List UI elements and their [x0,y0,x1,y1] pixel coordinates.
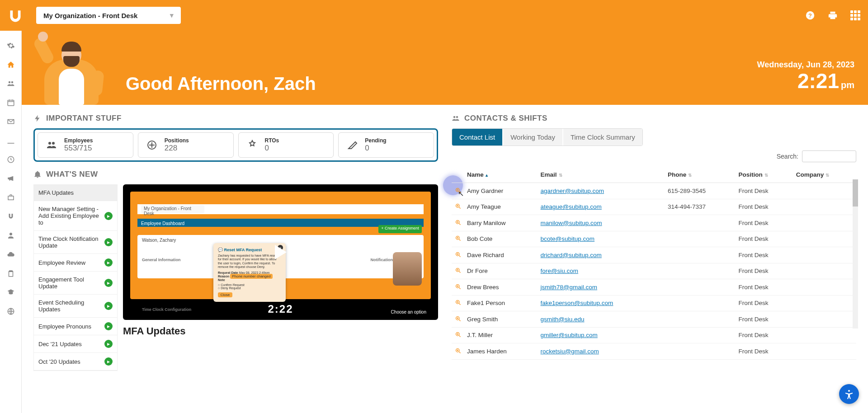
view-icon[interactable] [454,315,462,322]
col-phone[interactable]: Phone⇅ [665,167,736,183]
nav-globe[interactable] [0,302,21,321]
col-email[interactable]: Email⇅ [538,167,665,183]
section-important: IMPORTANT STUFF [33,114,438,123]
nav-people[interactable] [0,74,21,93]
nav-settings[interactable] [0,36,21,55]
tab-contact-list[interactable]: Contact List [452,129,502,145]
whatsnew-video[interactable]: My Organization - Front Desk Employee Da… [123,184,438,320]
chevron-right-icon: ▸ [104,212,113,220]
email-link[interactable]: rocketsiu@gmail.com [541,348,599,355]
view-icon[interactable] [454,283,462,290]
nav-home[interactable] [0,55,21,74]
nav-user[interactable] [0,226,21,245]
cell-phone [665,247,736,263]
video-portrait [393,252,422,286]
cell-email: jsmith78@gmail.com [538,279,665,296]
svg-text:?: ? [808,12,812,19]
cell-email: gsmith@siu.edu [538,311,665,328]
chevron-right-icon: ▸ [104,258,113,267]
nav-briefcase[interactable] [0,188,21,207]
cell-phone [665,215,736,231]
nav-time[interactable] [0,150,21,169]
nav-calendar[interactable] [0,93,21,112]
nav-announce[interactable] [0,169,21,188]
sort-icon: ⇅ [764,173,768,178]
email-link[interactable]: gmiller@subitup.com [541,332,598,338]
email-link[interactable]: drichard@subitup.com [541,252,602,258]
col-position[interactable]: Position⇅ [736,167,793,183]
view-icon[interactable] [454,251,462,258]
cell-company [793,327,856,343]
view-icon[interactable] [454,299,462,306]
nav-magnet[interactable] [0,207,21,226]
stat-employees[interactable]: Employees553/715 [38,132,133,158]
nav-cloud[interactable] [0,245,21,264]
positions-icon [145,138,159,152]
whatsnew-item[interactable]: Dec '21 Updates▸ [34,335,117,353]
email-link[interactable]: jsmith78@gmail.com [541,284,598,291]
view-icon[interactable] [454,203,462,210]
cell-company [793,311,856,328]
time-text: 2:21 [797,69,839,93]
view-icon[interactable] [454,235,462,242]
search-input[interactable] [802,150,856,162]
cell-company [793,343,856,360]
org-selector[interactable]: My Organization - Front Desk ▾ [36,7,181,24]
cell-phone [665,231,736,247]
col-company[interactable]: Company⇅ [793,167,856,183]
table-row: Barry Manilow manilow@subitup.com Front … [452,215,856,231]
cell-email: bcote@subitup.com [538,231,665,247]
nav-clipboard[interactable] [0,264,21,283]
nav-analytics[interactable] [0,131,21,150]
stat-positions[interactable]: Positions228 [138,132,234,158]
logo[interactable] [7,7,24,23]
ampm-text: pm [841,80,854,90]
apps-icon[interactable] [850,10,861,21]
print-icon[interactable] [827,10,838,21]
cell-phone [665,311,736,328]
whatsnew-item[interactable]: Employee Pronouns▸ [34,318,117,335]
tab-working-today[interactable]: Working Today [503,129,562,145]
view-icon[interactable] [454,331,462,338]
cell-company [793,215,856,231]
table-row: Amy Gardner agardner@subitup.com 615-289… [452,183,856,199]
nav-mail[interactable] [0,112,21,131]
stat-pending[interactable]: Pending0 [338,132,434,158]
accessibility-button[interactable] [839,384,859,404]
email-link[interactable]: fake1person@subitup.com [541,300,613,306]
search-label: Search: [777,153,798,160]
cell-position: Front Desk [736,343,793,360]
whatsnew-item[interactable]: MFA Updates [34,185,117,201]
cell-company [793,199,856,215]
email-link[interactable]: fore@siu.com [541,268,578,274]
svg-point-16 [848,390,850,392]
cell-phone [665,263,736,279]
table-row: Amy Teague ateague@subitup.com 314-494-7… [452,199,856,215]
email-link[interactable]: agardner@subitup.com [541,188,604,194]
whatsnew-item[interactable]: New Manager Setting - Add Existing Emplo… [34,201,117,231]
cell-email: rocketsiu@gmail.com [538,343,665,360]
tab-time-clock-summary[interactable]: Time Clock Summary [563,129,642,145]
scrollbar-thumb[interactable] [853,179,858,206]
view-icon[interactable] [454,219,462,226]
cell-name: Bob Cote [464,231,538,247]
section-whatsnew: WHAT'S NEW [33,170,438,179]
whatsnew-item[interactable]: Oct '20 Updates▸ [34,353,117,371]
view-icon[interactable] [454,347,462,354]
help-icon[interactable]: ? [805,10,816,21]
chevron-right-icon: ▸ [104,302,113,310]
email-link[interactable]: ateague@subitup.com [541,203,602,210]
table-scrollbar[interactable] [853,179,858,329]
view-icon[interactable] [454,187,462,194]
whatsnew-item[interactable]: Time Clock Notification Update▸ [34,231,117,254]
nav-graduation[interactable] [0,283,21,302]
col-name[interactable]: Name▴ [464,167,538,183]
whatsnew-item[interactable]: Event Scheduling Updates▸ [34,295,117,318]
view-icon[interactable] [454,267,462,274]
email-link[interactable]: manilow@subitup.com [541,220,602,226]
stat-rtos[interactable]: RTOs0 [238,132,334,158]
email-link[interactable]: gsmith@siu.edu [541,316,585,323]
whatsnew-item[interactable]: Employee Review▸ [34,254,117,272]
email-link[interactable]: bcote@subitup.com [541,235,595,242]
whatsnew-item[interactable]: Engagement Tool Update▸ [34,272,117,295]
